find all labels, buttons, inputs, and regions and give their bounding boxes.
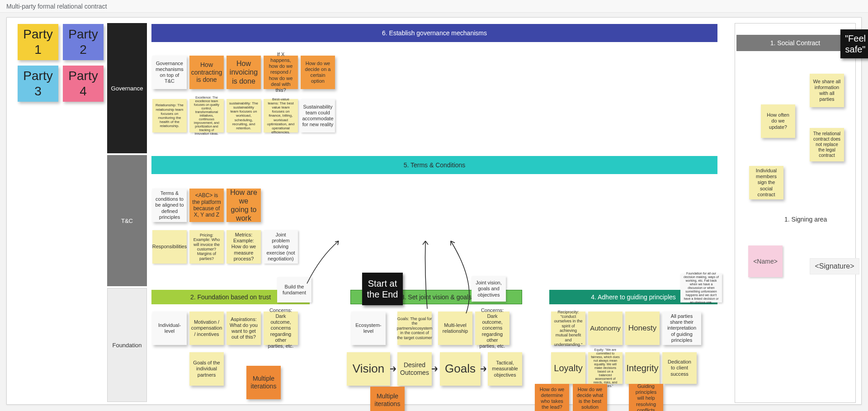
note-tc-1a[interactable]: Terms & conditions to be aligned to defi… — [152, 189, 187, 222]
note-tc-2b[interactable]: Pricing: Example: Who will invoice the c… — [189, 230, 224, 264]
note-pr-rec[interactable]: Reciprocity: "conduct ourselves in the s… — [551, 312, 585, 345]
note-tc-1c[interactable]: How are we going to work — [226, 189, 261, 222]
note-pr-interp[interactable]: All parties share their interpretation o… — [662, 312, 701, 345]
note-found-callout[interactable]: Build the fundament — [277, 277, 311, 302]
note-tc-1b[interactable]: <ABC> is the platform because of X, Y an… — [189, 189, 224, 222]
note-pr-help[interactable]: Guiding principles will help resolving c… — [629, 384, 663, 411]
note-gov-2a[interactable]: Relationship: The relationship team focu… — [152, 99, 187, 132]
note-vision-tmo[interactable]: Tactical, measurable objectives — [488, 352, 522, 386]
note-party-4[interactable]: Party 4 — [63, 66, 104, 102]
arrow-vision-2 — [432, 365, 440, 375]
note-party-2[interactable]: Party 2 — [63, 24, 104, 60]
note-principles-callout[interactable]: Foundation for all our decision making, … — [680, 274, 722, 302]
note-tc-2c[interactable]: Metrics: Example: How do we measure proc… — [226, 230, 261, 264]
note-found-b[interactable]: Motivation / compensation / incentives — [189, 312, 224, 345]
note-gov-1e[interactable]: How do we decide on a certain option — [301, 56, 335, 89]
banner-social: 1. Social Contract — [736, 35, 854, 51]
label-foundation: Foundation — [107, 288, 147, 402]
note-side-sign[interactable]: Individual members sign the social contr… — [749, 166, 783, 199]
note-gov-2c[interactable]: sustainability: The sustainability team … — [226, 99, 261, 132]
signature-slot[interactable]: <Signature> — [810, 258, 859, 274]
note-found-d[interactable]: Concerns: Dark outcome, concerns regardi… — [264, 312, 298, 345]
banner-governance: 6. Establish governance mechanisms — [151, 24, 717, 42]
note-feel-safe[interactable]: "Feel safe" — [840, 29, 868, 58]
note-vision-callout[interactable]: Joint vision, goals and objectives — [472, 276, 506, 302]
note-name-placeholder[interactable]: <Name> — [748, 246, 783, 277]
note-tc-2a[interactable]: Responsibilities — [152, 230, 187, 264]
whiteboard-canvas[interactable]: Party 1 Party 2 Party 3 Party 4 Governan… — [6, 17, 862, 405]
note-pr-hon[interactable]: Honesty — [625, 312, 660, 345]
label-governance: Governance — [107, 23, 147, 153]
note-gov-1a[interactable]: Governance mechanisms on top of T&C — [152, 56, 187, 89]
note-pr-eq[interactable]: Equity: "We are committed to fairness, w… — [588, 352, 623, 384]
note-gov-1c[interactable]: How invoicing is done — [226, 56, 261, 89]
note-found-iter[interactable]: Multiple iterations — [246, 366, 281, 399]
note-pr-int[interactable]: Integrity — [625, 352, 660, 384]
note-vision-iter[interactable]: Multiple iterations — [370, 387, 405, 411]
note-gov-1b[interactable]: How contracting is done — [189, 56, 224, 89]
note-start-at-end[interactable]: Start at the End — [362, 273, 403, 305]
note-side-update[interactable]: How often do we update? — [761, 104, 795, 138]
note-vision-do[interactable]: Desired Outcomes — [397, 352, 432, 386]
note-gov-1d[interactable]: If X happens, how do we respond / how do… — [264, 56, 298, 89]
note-pr-best[interactable]: How do we decide what is the best soluti… — [573, 384, 607, 411]
note-gov-2b[interactable]: Excellence: The excellence team focuses … — [189, 99, 224, 132]
banner-tc: 5. Terms & Conditions — [151, 156, 717, 174]
note-pr-aut[interactable]: Autonomy — [588, 312, 623, 345]
note-found-a[interactable]: Individual-level — [152, 312, 187, 345]
signing-area-title: 1. Signing area — [784, 216, 827, 223]
note-found-e[interactable]: Goals of the individual partners — [189, 352, 224, 386]
note-side-share[interactable]: We share all information with all partie… — [810, 74, 844, 107]
note-side-legal[interactable]: The relational contract does not replace… — [810, 128, 844, 161]
note-tc-2d[interactable]: Joint problem solving exercise (not nego… — [264, 230, 298, 264]
board-title-text: Multi-party formal relational contract — [6, 3, 107, 10]
note-vision-b[interactable]: Goals: The goal for the partners/ecosyst… — [397, 312, 432, 345]
note-party-1[interactable]: Party 1 — [18, 24, 58, 60]
note-pr-ded[interactable]: Dedication to client success — [662, 352, 697, 384]
note-vision-v[interactable]: Vision — [347, 352, 390, 386]
note-found-c[interactable]: Aspirations: What do you want to get out… — [226, 312, 261, 345]
note-vision-g[interactable]: Goals — [440, 352, 481, 386]
note-vision-c[interactable]: Multi-level relationship — [438, 312, 472, 345]
note-vision-a[interactable]: Ecosystem-level — [351, 312, 386, 345]
board-title: Multi-party formal relational contract — [0, 0, 868, 13]
note-party-3[interactable]: Party 3 — [18, 66, 58, 102]
note-pr-lead[interactable]: How do we determine who takes the lead? — [535, 384, 569, 411]
label-tc: T&C — [107, 155, 147, 286]
note-gov-2d[interactable]: Best-value teams: The best value team fo… — [264, 99, 298, 132]
note-vision-d[interactable]: Concerns: Dark outcome, concerns regardi… — [475, 312, 509, 345]
note-pr-loy[interactable]: Loyalty — [551, 352, 585, 384]
note-gov-2e[interactable]: Sustainability team could accommodate fo… — [301, 99, 335, 132]
